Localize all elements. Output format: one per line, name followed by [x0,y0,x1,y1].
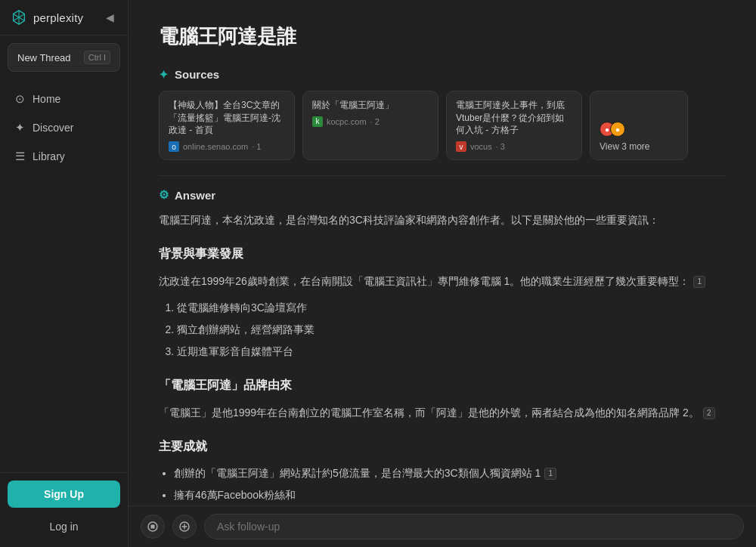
source-favicon-1: o [169,141,179,152]
source-title-1: 【神級人物】全台3C文章的「流量搖籃」電腦王阿達-沈政達 - 首頁 [169,99,285,137]
answer-icon: ⚙ [159,188,169,202]
source-num-2: · 2 [370,117,380,126]
source-meta-2: k kocpc.com · 2 [312,116,429,127]
citation-2[interactable]: 2 [703,407,715,419]
sidebar-item-library-label: Library [33,150,65,162]
svg-rect-5 [151,525,155,529]
bullet-item-1: 創辦的「電腦王阿達」網站累計約5億流量，是台灣最大的3C類個人獨資網站 1 1 [174,464,726,483]
source-title-3: 電腦王阿達炎上事件，到底Vtuber是什麼？從介紹到如何入坑 - 方格子 [456,99,572,137]
divider-1 [159,175,726,176]
source-favicon-2: k [312,116,323,127]
view-more-icons: ● ● [600,122,621,137]
section3-heading: 主要成就 [159,436,726,456]
sidebar-item-discover-label: Discover [33,122,73,134]
section1-para: 沈政達在1999年26歲時創業，在台南開設「電腦王資訊社」專門維修電腦 1。他的… [159,272,726,291]
library-icon: ☰ [15,150,25,163]
sources-heading: ✦ Sources [159,68,726,82]
page-title: 電腦王阿達是誰 [159,24,726,50]
source-num-3: · 3 [496,142,505,151]
section1-heading: 背景與事業發展 [159,243,726,264]
sidebar-item-library[interactable]: ☰ Library [5,143,123,170]
nav-items: ⊙ Home ✦ Discover ☰ Library [0,79,128,472]
discover-icon: ✦ [15,121,25,134]
source-card-2[interactable]: 關於「電腦王阿達」 k kocpc.com · 2 [302,91,438,160]
source-domain-2: kocpc.com [327,117,367,126]
main-content: 電腦王阿達是誰 ✦ Sources 【神級人物】全台3C文章的「流量搖籃」電腦王… [129,0,756,547]
source-domain-1: online.senao.com [183,142,248,151]
app-name: perplexity [33,11,83,24]
sidebar-bottom: Sign Up Log in [0,472,128,547]
list-item-3: 近期進軍影音自媒體平台 [177,342,726,361]
answer-intro: 電腦王阿達，本名沈政達，是台灣知名的3C科技評論家和網路內容創作者。以下是關於他… [159,211,726,230]
section2-heading: 「電腦王阿達」品牌由來 [159,375,726,395]
add-button[interactable] [172,515,197,539]
answer-heading: ⚙ Answer [159,188,726,202]
list-item-2: 獨立創辦網站，經營網路事業 [177,320,726,339]
collapse-sidebar-button[interactable]: ◀ [103,10,117,25]
follow-up-input[interactable] [204,514,744,539]
source-meta-3: v vocus · 3 [456,141,572,152]
sidebar-header: perplexity ◀ [0,0,128,36]
log-in-button[interactable]: Log in [8,514,120,539]
sign-up-button[interactable]: Sign Up [8,481,120,508]
sources-section: ✦ Sources 【神級人物】全台3C文章的「流量搖籃」電腦王阿達-沈政達 -… [159,68,726,160]
citation-3[interactable]: 1 [544,468,556,480]
source-meta-1: o online.senao.com · 1 [169,141,285,152]
sidebar-item-home[interactable]: ⊙ Home [5,85,123,113]
logo-area: perplexity [11,9,83,26]
answer-content: 電腦王阿達，本名沈政達，是台灣知名的3C科技評論家和網路內容創作者。以下是關於他… [159,211,726,505]
new-thread-button[interactable]: New Thread Ctrl I [8,43,120,72]
source-favicon-3: v [456,141,466,152]
perplexity-logo-icon [11,9,27,26]
content-area: 電腦王阿達是誰 ✦ Sources 【神級人物】全台3C文章的「流量搖籃」電腦王… [129,0,756,505]
source-title-2: 關於「電腦王阿達」 [312,99,429,112]
sidebar: perplexity ◀ New Thread Ctrl I ⊙ Home ✦ … [0,0,129,547]
view-more-card[interactable]: ● ● View 3 more [590,91,688,160]
home-icon: ⊙ [15,92,25,106]
answer-section: ⚙ Answer 電腦王阿達，本名沈政達，是台灣知名的3C科技評論家和網路內容創… [159,188,726,505]
citation-1[interactable]: 1 [693,276,705,288]
stop-button[interactable] [141,515,165,539]
section1-list: 從電腦維修轉向3C論壇寫作 獨立創辦網站，經營網路事業 近期進軍影音自媒體平台 [177,298,726,362]
source-domain-3: vocus [470,142,492,151]
plus-icon [179,521,190,532]
section2-para: 「電腦王」是他1999年在台南創立的電腦工作室名稱，而「阿達」是他的外號，兩者結… [159,403,726,422]
source-card-1[interactable]: 【神級人物】全台3C文章的「流量搖籃」電腦王阿達-沈政達 - 首頁 o onli… [159,91,295,160]
view-more-label: View 3 more [600,141,649,152]
section3-list: 創辦的「電腦王阿達」網站累計約5億流量，是台灣最大的3C類個人獨資網站 1 1 … [174,464,726,505]
bullet-item-2: 擁有46萬Facebook粉絲和 [174,486,726,505]
list-item-1: 從電腦維修轉向3C論壇寫作 [177,298,726,317]
sources-grid: 【神級人物】全台3C文章的「流量搖籃」電腦王阿達-沈政達 - 首頁 o onli… [159,91,726,160]
source-card-3[interactable]: 電腦王阿達炎上事件，到底Vtuber是什麼？從介紹到如何入坑 - 方格子 v v… [446,91,582,160]
stop-icon [147,521,158,532]
bottom-bar [129,505,756,547]
sources-icon: ✦ [159,68,169,82]
source-num-1: · 1 [252,142,261,151]
sidebar-item-home-label: Home [33,93,60,105]
avatar-yellow: ● [610,122,625,137]
sidebar-item-discover[interactable]: ✦ Discover [5,114,123,141]
